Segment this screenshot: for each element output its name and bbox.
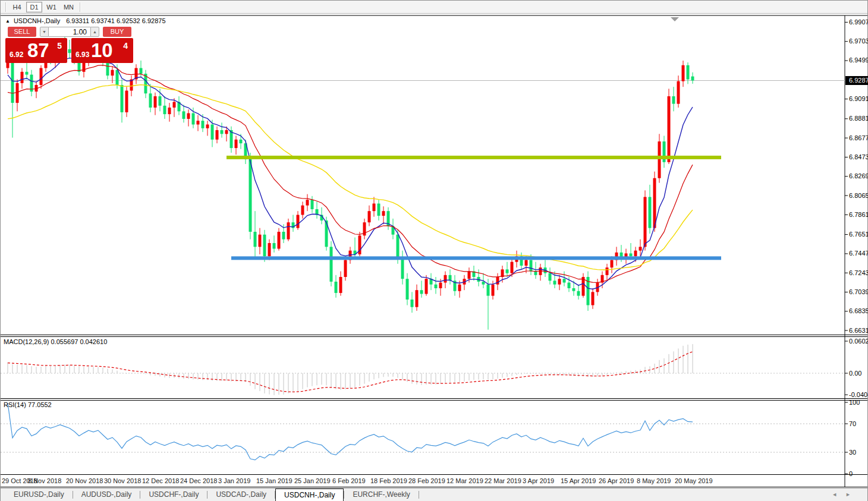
date-axis-label: 8 Nov 2018: [28, 477, 61, 484]
date-axis-label: 28 Feb 2019: [408, 477, 445, 484]
macd-axis-tick: 0.00: [849, 370, 868, 377]
chart-tab-audusddaily[interactable]: AUDUSD-,Daily: [73, 489, 140, 501]
timeframe-button-h4[interactable]: H4: [9, 2, 25, 12]
date-axis-label: 15 Jan 2019: [256, 477, 293, 484]
date-axis-label: 8 May 2019: [637, 477, 671, 484]
one-click-collapse-icon[interactable]: ▲: [5, 18, 10, 24]
price-axis-tick: 6.72430: [849, 269, 868, 277]
macd-axis-tick: -0.040412: [849, 391, 868, 399]
buy-button[interactable]: BUY: [103, 27, 131, 37]
price-axis-tick: 6.70390: [849, 288, 868, 296]
buy-price-pip: 4: [123, 41, 128, 51]
toolbar-divider: [80, 2, 80, 12]
toolbar-divider: [5, 2, 6, 12]
date-axis-label: 3 Apr 2019: [523, 477, 554, 484]
rsi-axis-tick: 70: [849, 420, 868, 428]
chart-title: ▲USDCNH-,Daily6.93311 6.93741 6.92532 6.…: [5, 17, 166, 24]
date-axis-label: 26 Apr 2019: [599, 477, 634, 484]
rsi-axis-tick: 0: [849, 470, 868, 478]
chart-tab-usdcaddaily[interactable]: USDCAD-,Daily: [207, 489, 275, 501]
date-axis-label: 30 Nov 2018: [104, 477, 141, 484]
symbol-period-label: USDCNH-,Daily: [14, 17, 60, 24]
rsi-indicator-label: RSI(14) 77.0552: [4, 401, 52, 408]
chart-tab-bar: EURUSD-,DailyAUDUSD-,DailyUSDCHF-,DailyU…: [1, 488, 867, 501]
date-axis-label: 6 Feb 2019: [332, 477, 366, 484]
rsi-axis-tick: 100: [849, 399, 868, 407]
ohlc-values: 6.93311 6.93741 6.92532 6.92875: [66, 17, 165, 24]
price-axis-tick: 6.86770: [849, 134, 868, 142]
chart-canvas[interactable]: [1, 14, 867, 488]
terminal-window: H4D1W1MN ▲USDCNH-,Daily6.93311 6.93741 6…: [0, 0, 868, 501]
sell-price-main: 87: [27, 39, 49, 62]
date-axis-label: 22 Mar 2019: [485, 477, 521, 484]
tab-divider: [419, 491, 419, 499]
tab-scroll-right-icon: ►: [845, 491, 859, 497]
date-axis-label: 12 Mar 2019: [446, 477, 483, 484]
date-axis-label: 15 Apr 2019: [561, 477, 596, 484]
date-axis-label: 18 Feb 2019: [370, 477, 407, 484]
macd-indicator-label: MACD(12,26,9) 0.055697 0.042610: [4, 338, 107, 345]
price-axis-tick: 6.88810: [849, 115, 868, 122]
date-axis-label: 20 May 2019: [675, 477, 713, 484]
chart-tab-eurchfweekly[interactable]: EURCHF-,Weekly: [344, 489, 418, 501]
chart-tab-usdcnhdaily[interactable]: USDCNH-,Daily: [275, 489, 344, 501]
chart-tab-eurusddaily[interactable]: EURUSD-,Daily: [5, 489, 73, 501]
price-axis-tick: 6.90910: [849, 95, 868, 103]
price-axis-tick: 6.66310: [849, 327, 868, 335]
buy-price-prefix: 6.93: [76, 51, 89, 59]
timeframe-button-w1[interactable]: W1: [43, 2, 59, 12]
rsi-axis-tick: 30: [849, 449, 868, 456]
one-click-trading-panel: SELL ▼ ▲ BUY 6.92 87 5 6.93 10 4: [5, 27, 134, 64]
date-axis-label: 12 Dec 2018: [142, 477, 179, 484]
volume-input[interactable]: [49, 27, 90, 37]
buy-price-box[interactable]: 6.93 10 4: [71, 38, 133, 63]
price-axis-tick: 6.82690: [849, 172, 868, 180]
sell-button[interactable]: SELL: [8, 27, 36, 37]
price-axis-tick: 6.97030: [849, 37, 868, 45]
sell-price-pip: 5: [57, 41, 62, 51]
sell-price-prefix: 6.92: [10, 51, 23, 59]
timeframe-button-d1[interactable]: D1: [26, 2, 42, 12]
price-axis-tick: 6.78610: [849, 211, 868, 219]
date-axis-label: 25 Jan 2019: [294, 477, 331, 484]
volume-decrease-button[interactable]: ▼: [40, 27, 49, 37]
tab-scroll-left-icon: ◄: [832, 491, 845, 497]
tab-scroll-arrows[interactable]: ◄►: [832, 491, 859, 497]
chart-area: ▲USDCNH-,Daily6.93311 6.93741 6.92532 6.…: [1, 14, 867, 488]
date-axis-label: 24 Dec 2018: [180, 477, 217, 484]
timeframe-toolbar: H4D1W1MN: [1, 1, 867, 14]
price-axis-tick: 6.80650: [849, 192, 868, 200]
price-axis-tick: 6.99070: [849, 18, 868, 26]
timeframe-button-mn[interactable]: MN: [61, 2, 77, 12]
price-axis-tick: 6.74470: [849, 250, 868, 257]
current-price-label: 6.92875: [845, 76, 868, 85]
price-axis-tick: 6.76510: [849, 231, 868, 238]
buy-price-main: 10: [91, 39, 113, 62]
macd-axis-tick: 0.060274: [849, 338, 868, 345]
sell-price-box[interactable]: 6.92 87 5: [5, 38, 67, 63]
volume-increase-button[interactable]: ▲: [90, 27, 99, 37]
date-axis-label: 20 Nov 2018: [66, 477, 103, 484]
price-axis-tick: 6.84730: [849, 153, 868, 161]
price-axis-tick: 6.94990: [849, 56, 868, 64]
chart-tab-usdchfdaily[interactable]: USDCHF-,Daily: [140, 489, 207, 501]
price-axis-tick: 6.68350: [849, 307, 868, 315]
date-axis-label: 3 Jan 2019: [218, 477, 250, 484]
